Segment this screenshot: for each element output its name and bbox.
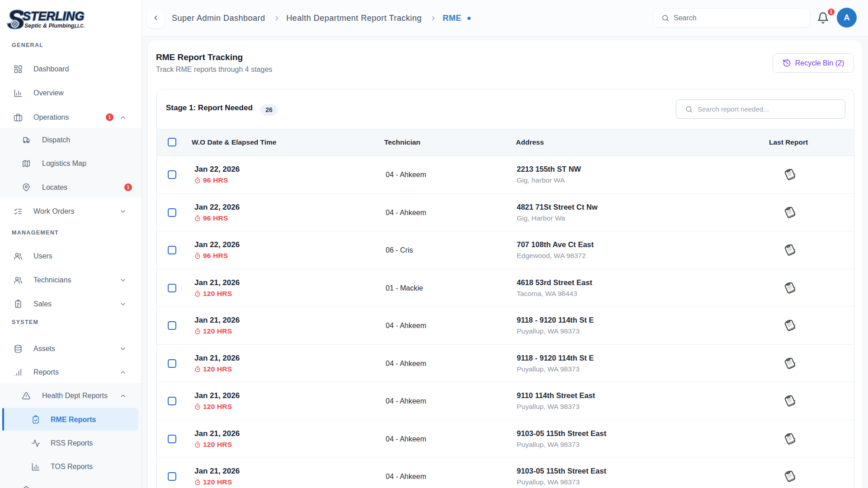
svg-text:Septic & Plumbing,: Septic & Plumbing, [24, 23, 76, 29]
svg-text:LLC.: LLC. [75, 23, 85, 28]
svg-text:STERLING: STERLING [23, 9, 85, 23]
